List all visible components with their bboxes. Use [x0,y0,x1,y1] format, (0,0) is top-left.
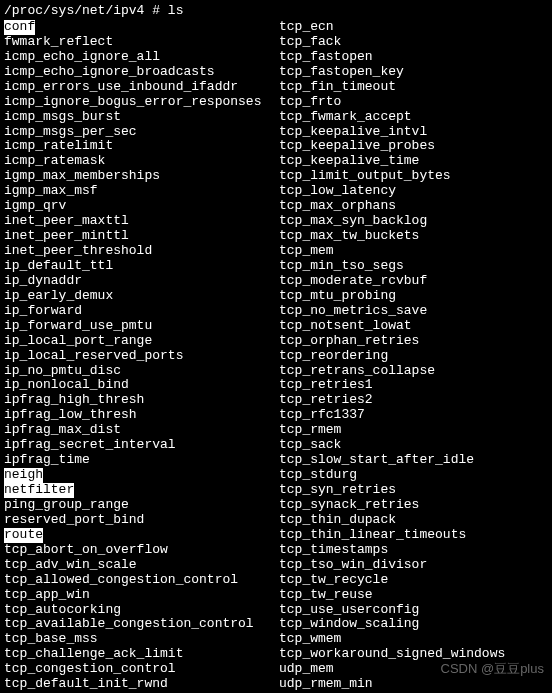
ls-entry: tcp_retrans_collapse [279,364,548,379]
ls-entry: tcp_fack [279,35,548,50]
ls-entry: tcp_rmem [279,423,548,438]
ls-entry: route [4,528,279,543]
ls-entry: tcp_reordering [279,349,548,364]
ls-entry: tcp_no_metrics_save [279,304,548,319]
ls-entry: tcp_sack [279,438,548,453]
ls-column-left: conffwmark_reflecticmp_echo_ignore_allic… [4,20,279,693]
ls-entry: tcp_tso_win_divisor [279,558,548,573]
ls-entry: tcp_notsent_lowat [279,319,548,334]
ls-entry: tcp_adv_win_scale [4,558,279,573]
ls-entry: tcp_syn_retries [279,483,548,498]
ls-entry: tcp_stdurg [279,468,548,483]
ls-entry: tcp_keepalive_intvl [279,125,548,140]
ls-entry: ipfrag_time [4,453,279,468]
directory-entry: route [4,528,43,543]
ls-entry: ipfrag_max_dist [4,423,279,438]
ls-entry: icmp_ignore_bogus_error_responses [4,95,279,110]
ls-entry: tcp_fastopen_key [279,65,548,80]
ls-entry: tcp_retries1 [279,378,548,393]
ls-entry: ip_local_reserved_ports [4,349,279,364]
ls-entry: icmp_msgs_burst [4,110,279,125]
ls-entry: tcp_max_tw_buckets [279,229,548,244]
ls-entry: reserved_port_bind [4,513,279,528]
ls-entry: tcp_min_tso_segs [279,259,548,274]
ls-entry: tcp_mem [279,244,548,259]
ls-column-right: tcp_ecntcp_facktcp_fastopentcp_fastopen_… [279,20,548,693]
ls-entry: tcp_use_userconfig [279,603,548,618]
ls-entry: ipfrag_low_thresh [4,408,279,423]
ls-entry: tcp_fin_timeout [279,80,548,95]
ls-entry: tcp_default_init_rwnd [4,677,279,692]
ls-entry: fwmark_reflect [4,35,279,50]
ls-entry: tcp_orphan_retries [279,334,548,349]
ls-entry: icmp_echo_ignore_broadcasts [4,65,279,80]
ls-entry: tcp_synack_retries [279,498,548,513]
ls-entry: tcp_thin_dupack [279,513,548,528]
watermark: CSDN @豆豆plus [441,662,545,677]
ls-entry: tcp_tw_recycle [279,573,548,588]
ls-entry: ip_dynaddr [4,274,279,289]
ls-entry: icmp_ratemask [4,154,279,169]
directory-entry: conf [4,20,35,35]
ls-entry: netfilter [4,483,279,498]
ls-entry: tcp_allowed_congestion_control [4,573,279,588]
ls-entry: neigh [4,468,279,483]
ls-entry: tcp_thin_linear_timeouts [279,528,548,543]
ls-entry: icmp_errors_use_inbound_ifaddr [4,80,279,95]
ls-entry: tcp_app_win [4,588,279,603]
ls-entry: tcp_challenge_ack_limit [4,647,279,662]
ls-entry: tcp_low_latency [279,184,548,199]
ls-entry: ip_early_demux [4,289,279,304]
ls-entry: ping_group_range [4,498,279,513]
ls-entry: tcp_slow_start_after_idle [279,453,548,468]
ls-entry: tcp_keepalive_probes [279,139,548,154]
ls-entry: tcp_keepalive_time [279,154,548,169]
ls-output: conffwmark_reflecticmp_echo_ignore_allic… [4,20,548,693]
ls-entry: inet_peer_minttl [4,229,279,244]
ls-entry: tcp_retries2 [279,393,548,408]
ls-entry: tcp_base_mss [4,632,279,647]
ls-entry: tcp_window_scaling [279,617,548,632]
ls-entry: ip_forward [4,304,279,319]
ls-entry: conf [4,20,279,35]
ls-entry: ipfrag_secret_interval [4,438,279,453]
ls-entry: tcp_moderate_rcvbuf [279,274,548,289]
ls-entry: tcp_rfc1337 [279,408,548,423]
ls-entry: tcp_mtu_probing [279,289,548,304]
ls-entry: tcp_workaround_signed_windows [279,647,548,662]
ls-entry: tcp_fwmark_accept [279,110,548,125]
ls-entry: tcp_wmem [279,632,548,647]
ls-entry: tcp_max_orphans [279,199,548,214]
ls-entry: ipfrag_high_thresh [4,393,279,408]
ls-entry: tcp_timestamps [279,543,548,558]
ls-entry: tcp_ecn [279,20,548,35]
ls-entry: tcp_max_syn_backlog [279,214,548,229]
ls-entry: tcp_frto [279,95,548,110]
ls-entry: tcp_tw_reuse [279,588,548,603]
ls-entry: igmp_max_memberships [4,169,279,184]
ls-entry: ip_default_ttl [4,259,279,274]
ls-entry: tcp_autocorking [4,603,279,618]
ls-entry: ip_no_pmtu_disc [4,364,279,379]
ls-entry: tcp_congestion_control [4,662,279,677]
ls-entry: tcp_available_congestion_control [4,617,279,632]
ls-entry: icmp_echo_ignore_all [4,50,279,65]
ls-entry: inet_peer_maxttl [4,214,279,229]
ls-entry: igmp_qrv [4,199,279,214]
directory-entry: neigh [4,468,43,483]
shell-prompt[interactable]: /proc/sys/net/ipv4 # ls [4,4,548,19]
ls-entry: tcp_abort_on_overflow [4,543,279,558]
ls-entry: udp_rmem_min [279,677,548,692]
ls-entry: icmp_ratelimit [4,139,279,154]
ls-entry: inet_peer_threshold [4,244,279,259]
ls-entry: tcp_limit_output_bytes [279,169,548,184]
ls-entry: ip_forward_use_pmtu [4,319,279,334]
ls-entry: tcp_fastopen [279,50,548,65]
ls-entry: ip_nonlocal_bind [4,378,279,393]
ls-entry: icmp_msgs_per_sec [4,125,279,140]
ls-entry: ip_local_port_range [4,334,279,349]
ls-entry: igmp_max_msf [4,184,279,199]
directory-entry: netfilter [4,483,74,498]
